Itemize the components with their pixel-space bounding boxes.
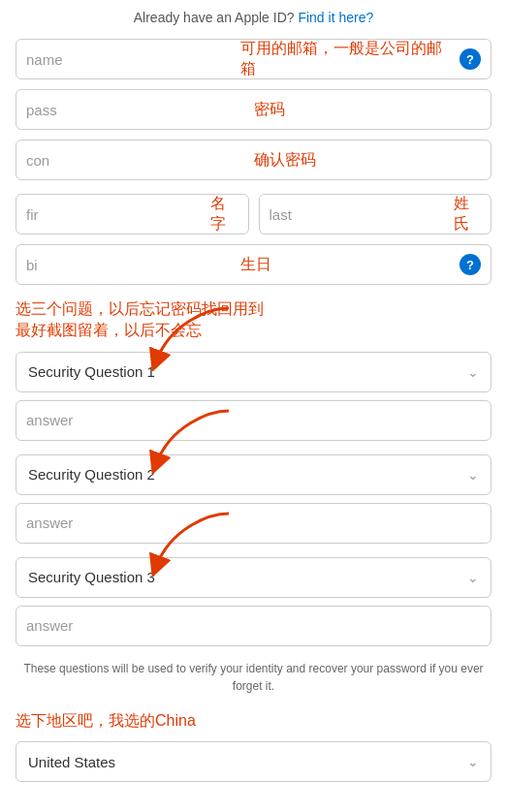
sq1-answer-input[interactable] (26, 412, 481, 428)
sq3-section: Security Question 3 ⌄ (16, 557, 491, 646)
first-name-annotation: 名字 (210, 194, 238, 234)
sq3-answer-row (16, 606, 491, 646)
sq2-answer-row (16, 503, 491, 544)
security-hint-text: These questions will be used to verify y… (16, 660, 491, 695)
last-name-input[interactable] (269, 206, 454, 223)
first-name-input[interactable] (26, 206, 210, 223)
confirm-input[interactable] (26, 152, 254, 169)
top-bar: Already have an Apple ID? Find it here? (16, 0, 491, 39)
region-select[interactable]: United States (28, 754, 467, 770)
sq1-select[interactable]: Security Question 1 (28, 363, 467, 380)
birthday-help-icon[interactable]: ? (459, 254, 481, 275)
birthday-input[interactable] (26, 257, 240, 273)
name-row: 名字 姓氏 (16, 194, 491, 234)
email-input[interactable] (26, 51, 240, 68)
sq3-select[interactable]: Security Question 3 (28, 569, 467, 585)
sq2-section: Security Question 2 ⌄ (16, 454, 491, 544)
sq1-section: Security Question 1 ⌄ (16, 352, 491, 441)
already-text: Already have an Apple ID? (134, 10, 295, 25)
find-here-link[interactable]: Find it here? (298, 10, 373, 25)
region-chevron-icon: ⌄ (467, 754, 479, 769)
region-annotation: 选下地区吧，我选的China (16, 710, 491, 732)
sq2-chevron-icon: ⌄ (467, 467, 479, 483)
security-annotation: 选三个问题，以后忘记密码找回用到 最好截图留着，以后不会忘 (16, 298, 491, 342)
sq2-select-row: Security Question 2 ⌄ (16, 454, 491, 495)
password-field-row: 密码 (16, 89, 491, 130)
sq3-chevron-icon: ⌄ (467, 570, 479, 585)
sq1-chevron-icon: ⌄ (467, 364, 479, 380)
sq1-select-row: Security Question 1 ⌄ (16, 352, 491, 392)
sq1-answer-row (16, 400, 491, 441)
sq3-select-row: Security Question 3 ⌄ (16, 557, 491, 598)
birthday-field-row: 生日 ? (16, 244, 491, 285)
last-name-field: 姓氏 (259, 194, 492, 234)
sq2-select[interactable]: Security Question 2 (28, 466, 467, 483)
sq3-answer-input[interactable] (26, 617, 481, 634)
password-input[interactable] (26, 102, 254, 118)
region-select-row: United States ⌄ (16, 741, 491, 782)
sq2-answer-input[interactable] (26, 515, 481, 531)
confirm-annotation: 确认密码 (254, 150, 482, 171)
email-field-row: 可用的邮箱，一般是公司的邮箱 ? (16, 39, 491, 79)
email-help-icon[interactable]: ? (459, 48, 481, 70)
confirm-field-row: 确认密码 (16, 140, 491, 180)
email-annotation: 可用的邮箱，一般是公司的邮箱 (240, 39, 455, 79)
birthday-annotation: 生日 (240, 255, 455, 275)
first-name-field: 名字 (16, 194, 249, 234)
password-annotation: 密码 (254, 100, 482, 120)
last-name-annotation: 姓氏 (454, 194, 482, 234)
